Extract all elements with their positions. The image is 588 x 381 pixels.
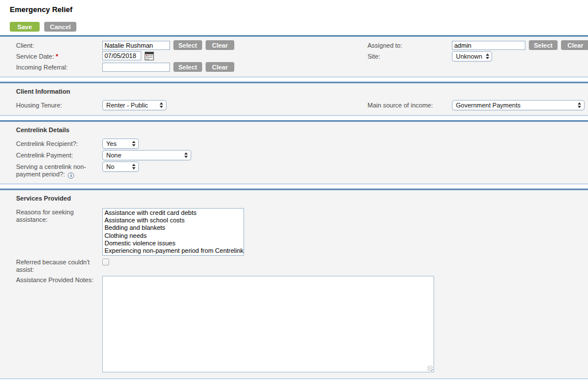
assistance-notes-textarea[interactable] [102, 276, 434, 372]
centrelink-recipient-label: Centrelink Recipient?: [16, 138, 102, 148]
incoming-referral-label: Incoming Referral: [16, 62, 102, 71]
listbox-option[interactable]: Assistance with credit card debts [103, 209, 243, 217]
client-row: Client: Select Clear [16, 40, 368, 51]
reasons-row: Reasons for seeking assistance: Assistan… [16, 206, 588, 256]
top-toolbar: Save Cancel [0, 14, 588, 35]
select-arrows-icon [486, 53, 489, 59]
incoming-referral-select-button[interactable]: Select [173, 62, 202, 72]
service-date-row: Service Date: * [16, 51, 368, 61]
services-provided-header: Services Provided [16, 193, 588, 206]
nonpayment-period-select[interactable]: No [102, 161, 139, 172]
site-row: Site: Unknown [368, 51, 588, 62]
centrelink-payment-select[interactable]: None [102, 150, 191, 160]
assigned-to-select-button[interactable]: Select [529, 40, 558, 50]
client-input[interactable] [102, 41, 170, 50]
service-date-label-text: Service Date: [16, 53, 54, 60]
housing-tenure-label: Housing Tenure: [16, 100, 102, 109]
incoming-referral-row: Incoming Referral: Select Clear [16, 61, 368, 72]
incoming-referral-input[interactable] [102, 63, 170, 72]
centrelink-details-section: Centrelink Details Centrelink Recipient?… [0, 120, 588, 184]
centrelink-details-header: Centrelink Details [16, 125, 588, 138]
service-date-input[interactable] [102, 51, 141, 60]
listbox-option[interactable]: Clothing needs [103, 232, 243, 240]
centrelink-recipient-select[interactable]: Yes [102, 138, 139, 149]
reasons-listbox[interactable]: Assistance with credit card debts Assist… [102, 208, 244, 256]
incoming-referral-clear-button[interactable]: Clear [206, 62, 234, 72]
select-arrows-icon [132, 141, 136, 147]
nonpayment-period-select-value: No [106, 163, 114, 170]
notes-row: Assistance Provided Notes: [16, 274, 588, 374]
services-provided-section: Services Provided Reasons for seeking as… [0, 188, 588, 379]
centrelink-payment-row: Centrelink Payment: None [16, 149, 588, 161]
centrelink-payment-label: Centrelink Payment: [16, 150, 102, 159]
referred-row: Referred because couldn't assist: [16, 256, 588, 274]
income-select-value: Government Payments [456, 102, 521, 109]
listbox-option[interactable]: Bedding and blankets [103, 224, 243, 232]
save-button[interactable]: Save [10, 22, 40, 32]
select-arrows-icon [184, 152, 188, 158]
income-select[interactable]: Government Payments [452, 100, 585, 110]
emergency-relief-form: Emergency Relief Save Cancel Client: Sel… [0, 0, 588, 381]
centrelink-recipient-select-value: Yes [106, 140, 117, 147]
select-arrows-icon [160, 102, 163, 108]
centrelink-recipient-row: Centrelink Recipient?: Yes [16, 138, 588, 149]
page-title: Emergency Relief [0, 0, 588, 14]
income-label: Main source of income: [368, 100, 452, 109]
housing-tenure-select-value: Renter - Public [106, 102, 148, 109]
nonpayment-period-row: Serving a centrelink non-payment period?… [16, 161, 588, 179]
assigned-to-input[interactable] [452, 41, 525, 50]
assignment-section: Client: Select Clear Service Date: * [0, 35, 588, 78]
calendar-icon[interactable] [145, 52, 154, 60]
centrelink-payment-select-value: None [106, 152, 121, 159]
referred-label: Referred because couldn't assist: [16, 257, 102, 274]
select-arrows-icon [132, 164, 136, 170]
required-asterisk: * [56, 53, 58, 60]
income-row: Main source of income: Government Paymen… [368, 99, 588, 111]
listbox-option[interactable]: Domestic violence issues [103, 240, 243, 247]
client-clear-button[interactable]: Clear [206, 40, 234, 50]
listbox-option[interactable]: Experiencing non-payment period from Cen… [103, 247, 243, 255]
assigned-to-row: Assigned to: Select Clear [368, 40, 588, 51]
site-select[interactable]: Unknown [452, 51, 492, 61]
nonpayment-period-label: Serving a centrelink non-payment period?… [16, 161, 102, 179]
notes-label: Assistance Provided Notes: [16, 275, 102, 284]
assigned-to-label: Assigned to: [368, 40, 452, 49]
service-date-label: Service Date: * [16, 51, 102, 60]
reasons-label: Reasons for seeking assistance: [16, 207, 102, 224]
client-select-button[interactable]: Select [173, 40, 202, 50]
listbox-option[interactable]: Assistance with school costs [103, 217, 243, 224]
client-label: Client: [16, 40, 102, 49]
select-arrows-icon [578, 102, 581, 108]
site-select-value: Unknown [456, 53, 482, 60]
client-information-header: Client Information [16, 86, 588, 99]
info-icon[interactable] [68, 172, 74, 179]
cancel-button[interactable]: Cancel [44, 22, 76, 32]
referred-checkbox[interactable] [102, 259, 109, 265]
assigned-to-clear-button[interactable]: Clear [561, 40, 588, 50]
housing-tenure-row: Housing Tenure: Renter - Public [16, 99, 368, 111]
housing-tenure-select[interactable]: Renter - Public [102, 100, 167, 110]
nonpayment-period-label-text: Serving a centrelink non-payment period?… [16, 163, 86, 178]
client-information-section: Client Information Housing Tenure: Rente… [0, 82, 588, 116]
site-label: Site: [368, 51, 452, 60]
